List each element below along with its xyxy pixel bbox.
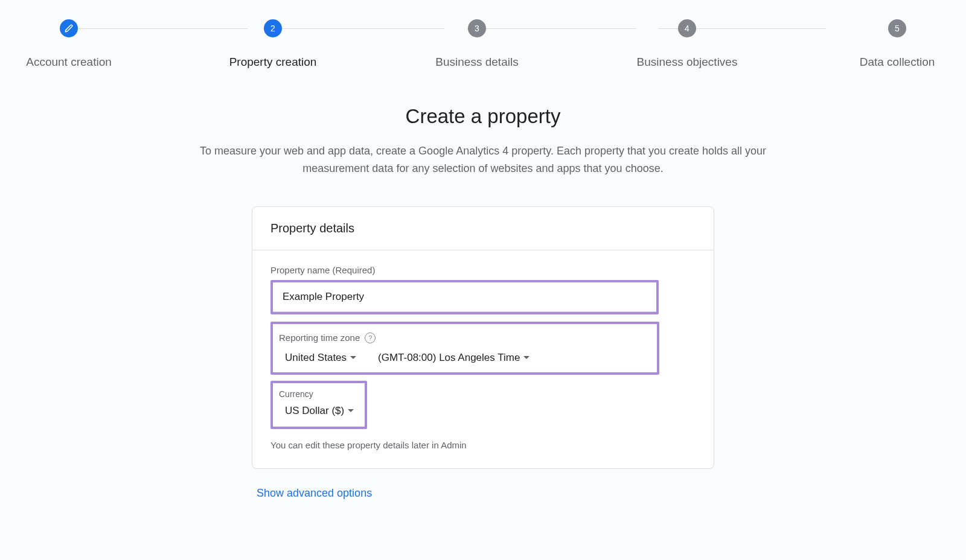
page-subtitle: To measure your web and app data, create… [175,142,791,177]
property-name-label: Property name (Required) [270,265,696,275]
step-circle-pending: 3 [468,19,486,37]
step-circle-done [60,19,78,37]
caret-down-icon [348,409,354,412]
step-circle-active: 2 [264,19,282,37]
timezone-label: Reporting time zone [279,332,360,343]
currency-dropdown[interactable]: US Dollar ($) [273,405,365,417]
step-property-creation[interactable]: 2 Property creation [219,19,327,69]
property-name-input[interactable] [273,282,656,312]
step-label: Business details [435,56,518,69]
step-label: Account creation [26,56,112,69]
country-value: United States [285,352,347,364]
step-circle-pending: 4 [678,19,696,37]
timezone-dropdown[interactable]: (GMT-08:00) Los Angeles Time [378,352,529,364]
help-icon[interactable]: ? [365,332,376,343]
step-business-objectives[interactable]: 4 Business objectives [627,19,747,69]
step-business-details[interactable]: 3 Business details [423,19,531,69]
step-label: Business objectives [637,56,738,69]
property-name-highlight [270,280,659,314]
card-header: Property details [252,207,714,250]
currency-value: US Dollar ($) [285,405,344,417]
step-label: Data collection [860,56,935,69]
caret-down-icon [523,356,529,359]
property-details-card: Property details Property name (Required… [252,206,714,469]
step-label: Property creation [229,56,317,69]
country-dropdown[interactable]: United States [285,352,356,364]
advanced-options-row: Show advanced options [252,487,714,500]
step-data-collection[interactable]: 5 Data collection [843,19,952,69]
timezone-highlight: Reporting time zone ? United States (GMT… [270,322,659,375]
currency-highlight: Currency US Dollar ($) [270,381,367,429]
step-circle-pending: 5 [888,19,906,37]
timezone-label-row: Reporting time zone ? [273,332,657,352]
stepper: Account creation 2 Property creation 3 B… [0,0,966,69]
main-content: Create a property To measure your web an… [151,105,815,500]
show-advanced-options-link[interactable]: Show advanced options [257,487,372,499]
step-account-creation[interactable]: Account creation [14,19,123,69]
pencil-icon [65,24,73,33]
timezone-value: (GMT-08:00) Los Angeles Time [378,352,520,364]
caret-down-icon [350,356,356,359]
currency-label: Currency [273,389,365,405]
page-title: Create a property [151,105,815,128]
card-title: Property details [270,221,696,235]
footnote: You can edit these property details late… [270,440,696,450]
